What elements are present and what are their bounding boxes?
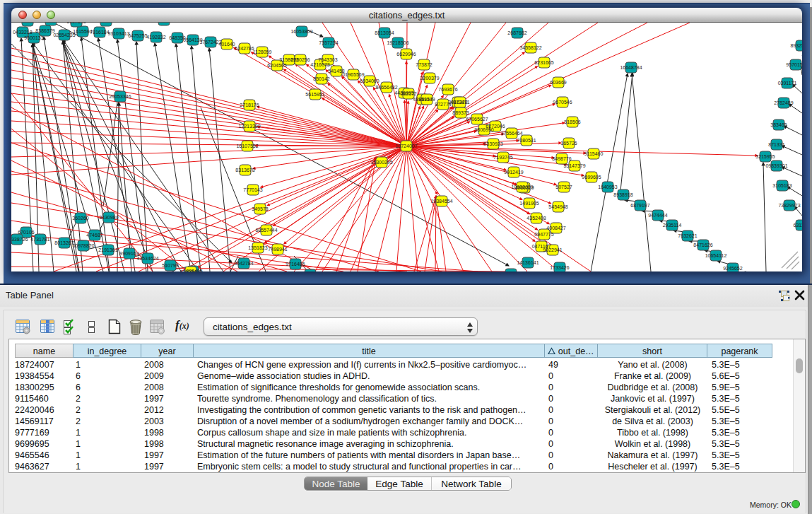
svg-text:8313678: 8313678 bbox=[235, 168, 254, 173]
svg-text:9912419: 9912419 bbox=[504, 170, 523, 175]
svg-text:2935114: 2935114 bbox=[663, 223, 682, 228]
svg-text:2191361: 2191361 bbox=[98, 247, 117, 252]
svg-text:1491905: 1491905 bbox=[519, 201, 539, 206]
svg-text:7498941: 7498941 bbox=[268, 247, 287, 252]
svg-text:93103413: 93103413 bbox=[107, 31, 129, 36]
svg-text:89325288: 89325288 bbox=[790, 43, 802, 48]
svg-text:474687: 474687 bbox=[86, 233, 102, 238]
svg-text:10688609: 10688609 bbox=[511, 185, 533, 189]
svg-text:1351823: 1351823 bbox=[248, 245, 267, 250]
svg-text:0330923: 0330923 bbox=[483, 141, 502, 146]
svg-text:3200379: 3200379 bbox=[420, 76, 439, 81]
svg-text:96965328: 96965328 bbox=[16, 23, 38, 23]
svg-text:8938918: 8938918 bbox=[613, 192, 632, 197]
svg-text:8813054: 8813054 bbox=[375, 30, 394, 35]
svg-text:6204505: 6204505 bbox=[267, 63, 286, 68]
svg-text:6231665: 6231665 bbox=[534, 60, 553, 65]
svg-text:14136141: 14136141 bbox=[517, 260, 539, 265]
svg-text:850142: 850142 bbox=[313, 76, 329, 81]
svg-text:9570154: 9570154 bbox=[786, 62, 802, 67]
svg-text:507527: 507527 bbox=[555, 185, 572, 189]
svg-text:15300295: 15300295 bbox=[370, 160, 392, 165]
svg-text:9909169: 9909169 bbox=[119, 251, 139, 256]
svg-text:10654112: 10654112 bbox=[705, 253, 727, 258]
svg-text:67065627: 67065627 bbox=[466, 117, 488, 122]
svg-text:7693676: 7693676 bbox=[438, 87, 457, 92]
svg-text:37556464: 37556464 bbox=[500, 131, 522, 136]
svg-text:68557444: 68557444 bbox=[255, 228, 277, 233]
svg-text:889579: 889579 bbox=[418, 97, 435, 102]
svg-text:383465: 383465 bbox=[770, 122, 787, 127]
svg-text:889373: 889373 bbox=[452, 110, 469, 115]
svg-text:7632621: 7632621 bbox=[678, 233, 697, 238]
svg-text:401640: 401640 bbox=[218, 42, 235, 47]
svg-text:7816184: 7816184 bbox=[90, 30, 109, 35]
svg-text:7543303: 7543303 bbox=[318, 57, 337, 62]
svg-text:2260256: 2260256 bbox=[290, 57, 310, 62]
svg-text:518506: 518506 bbox=[564, 119, 580, 124]
svg-text:6475255: 6475255 bbox=[128, 33, 147, 38]
svg-text:871331: 871331 bbox=[768, 142, 784, 147]
svg-text:510799: 510799 bbox=[162, 263, 178, 268]
svg-text:3430980: 3430980 bbox=[99, 215, 118, 220]
svg-text:1845146: 1845146 bbox=[96, 23, 115, 23]
svg-text:02654235: 02654235 bbox=[53, 33, 75, 37]
svg-text:16107552: 16107552 bbox=[236, 144, 258, 148]
svg-text:349578: 349578 bbox=[252, 206, 268, 211]
svg-text:773872: 773872 bbox=[416, 62, 432, 67]
svg-text:3105183: 3105183 bbox=[772, 183, 792, 188]
svg-text:9115460: 9115460 bbox=[584, 151, 604, 156]
svg-text:13338726: 13338726 bbox=[11, 237, 28, 242]
svg-text:01965569: 01965569 bbox=[342, 72, 364, 77]
svg-text:12923468: 12923468 bbox=[180, 269, 201, 271]
svg-text:00978820: 00978820 bbox=[72, 243, 94, 248]
svg-text:29053346: 29053346 bbox=[109, 94, 131, 99]
svg-text:2782489: 2782489 bbox=[774, 100, 793, 105]
svg-text:670106: 670106 bbox=[18, 230, 34, 235]
svg-text:9699695: 9699695 bbox=[582, 175, 601, 180]
svg-text:360260: 360260 bbox=[72, 216, 88, 221]
svg-text:16648784: 16648784 bbox=[620, 65, 642, 70]
svg-text:1733426: 1733426 bbox=[550, 265, 569, 270]
svg-text:19218506: 19218506 bbox=[387, 40, 408, 45]
svg-text:9022941: 9022941 bbox=[543, 247, 562, 252]
svg-text:8013267: 8013267 bbox=[54, 240, 73, 245]
svg-text:083172: 083172 bbox=[400, 91, 416, 96]
svg-text:1640953: 1640953 bbox=[598, 185, 617, 189]
svg-text:7770143: 7770143 bbox=[243, 187, 262, 192]
svg-text:6697848: 6697848 bbox=[66, 23, 86, 24]
svg-text:5454948: 5454948 bbox=[548, 204, 567, 209]
svg-text:53147379: 53147379 bbox=[563, 163, 585, 168]
svg-text:19384554: 19384554 bbox=[430, 199, 452, 204]
svg-text:8498776: 8498776 bbox=[552, 156, 571, 161]
svg-text:165726: 165726 bbox=[560, 141, 577, 146]
svg-text:09839301: 09839301 bbox=[765, 163, 787, 168]
svg-text:4216073: 4216073 bbox=[310, 62, 329, 67]
svg-text:1128059: 1128059 bbox=[253, 49, 272, 54]
svg-text:5242786: 5242786 bbox=[235, 46, 254, 51]
svg-text:872774: 872774 bbox=[435, 102, 451, 107]
svg-text:9474444: 9474444 bbox=[648, 213, 667, 218]
svg-text:4008427: 4008427 bbox=[546, 226, 565, 230]
svg-text:6934060: 6934060 bbox=[360, 78, 379, 83]
svg-text:7080531: 7080531 bbox=[517, 138, 536, 143]
svg-text:4873471: 4873471 bbox=[450, 100, 469, 105]
svg-text:9716485: 9716485 bbox=[286, 262, 305, 267]
svg-text:8386379: 8386379 bbox=[35, 28, 54, 33]
svg-text:3542784: 3542784 bbox=[234, 261, 253, 266]
svg-text:4192832: 4192832 bbox=[146, 35, 165, 40]
svg-text:4352408: 4352408 bbox=[526, 216, 546, 221]
svg-text:6879197: 6879197 bbox=[630, 203, 649, 208]
svg-text:16053809: 16053809 bbox=[290, 29, 312, 34]
svg-text:2687682: 2687682 bbox=[507, 30, 526, 35]
svg-text:6272046: 6272046 bbox=[486, 124, 505, 129]
svg-text:0391171: 0391171 bbox=[778, 81, 797, 86]
svg-text:9670546: 9670546 bbox=[553, 100, 572, 105]
svg-text:9600133: 9600133 bbox=[24, 35, 43, 40]
svg-text:12213389: 12213389 bbox=[238, 124, 260, 129]
svg-text:7193745: 7193745 bbox=[493, 155, 512, 160]
svg-text:7357234: 7357234 bbox=[319, 40, 338, 45]
svg-text:8471626: 8471626 bbox=[693, 243, 712, 247]
svg-text:5615951: 5615951 bbox=[305, 92, 324, 97]
svg-text:18724007: 18724007 bbox=[395, 144, 417, 148]
